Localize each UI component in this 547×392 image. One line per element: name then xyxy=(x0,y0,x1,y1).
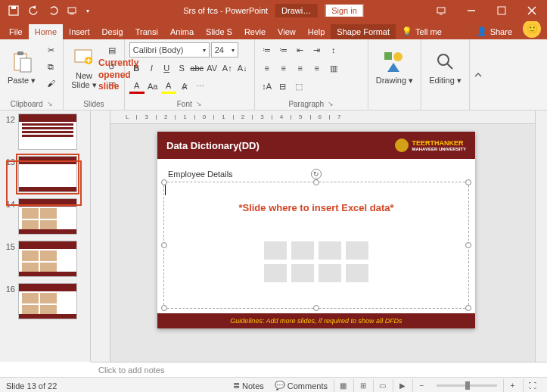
insert-smartart-icon[interactable] xyxy=(319,241,341,260)
reading-view-icon[interactable]: ▭ xyxy=(373,379,391,393)
rotate-handle-icon[interactable]: ↻ xyxy=(311,169,322,179)
align-text-button[interactable]: ⊟ xyxy=(275,79,291,94)
resize-handle[interactable] xyxy=(465,179,471,185)
tab-slideshow[interactable]: Slide S xyxy=(200,24,238,39)
save-icon[interactable] xyxy=(5,2,23,19)
font-launcher-icon[interactable]: ↘ xyxy=(196,100,202,107)
collapse-ribbon-icon[interactable] xyxy=(469,39,487,110)
insert-picture-icon[interactable] xyxy=(264,264,287,282)
paragraph-launcher-icon[interactable]: ↘ xyxy=(328,100,334,107)
smartart-button[interactable]: ⬚ xyxy=(291,79,306,94)
resize-handle[interactable] xyxy=(161,305,167,311)
zoom-in-button[interactable]: + xyxy=(503,379,521,393)
content-type-icons[interactable] xyxy=(264,241,368,282)
minimize-icon[interactable] xyxy=(456,0,486,21)
tab-help[interactable]: Help xyxy=(302,24,331,39)
slide-counter[interactable]: Slide 13 of 22 xyxy=(6,381,57,390)
ribbon-options-icon[interactable] xyxy=(426,0,456,21)
increase-font-icon[interactable]: A↑ xyxy=(220,61,235,76)
share-button[interactable]: 👤 Share xyxy=(469,23,520,39)
tell-me[interactable]: 💡 Tell me xyxy=(396,23,448,39)
resize-handle[interactable] xyxy=(465,242,471,248)
resize-handle[interactable] xyxy=(313,179,319,185)
slide-thumb-12[interactable] xyxy=(18,114,77,150)
tab-file[interactable]: File xyxy=(3,24,29,39)
zoom-out-button[interactable]: − xyxy=(412,379,430,393)
columns-button[interactable]: ▥ xyxy=(326,61,341,76)
clear-format-button[interactable]: A̷ xyxy=(177,79,192,94)
font-size-selector[interactable]: 24▾ xyxy=(211,42,238,58)
editing-button[interactable]: Editing ▾ xyxy=(426,42,465,92)
tab-design[interactable]: Desig xyxy=(96,24,129,39)
normal-view-icon[interactable]: ▦ xyxy=(334,379,352,393)
qat-dropdown-icon[interactable]: ▾ xyxy=(83,2,92,19)
decrease-indent-button[interactable]: ⇤ xyxy=(293,42,308,58)
drawing-tools-label[interactable]: Drawi… xyxy=(275,4,317,17)
content-placeholder[interactable]: ↻ *Slide where to insert Excel data* xyxy=(163,182,469,309)
align-right-button[interactable]: ≡ xyxy=(293,61,308,76)
current-slide[interactable]: Data Dictionary(DD) TEERTHANKER MAHAVEER… xyxy=(157,132,475,328)
insert-online-picture-icon[interactable] xyxy=(291,264,314,282)
zoom-slider-thumb[interactable] xyxy=(465,381,470,390)
highlight-button[interactable]: A xyxy=(161,79,176,94)
clipboard-launcher-icon[interactable]: ↘ xyxy=(47,100,53,107)
resize-handle[interactable] xyxy=(465,305,471,311)
notes-pane[interactable]: Click to add notes xyxy=(91,362,547,377)
start-from-beginning-icon[interactable] xyxy=(64,2,82,19)
sign-in-button[interactable]: Sign in xyxy=(325,4,364,17)
slide-thumb-13[interactable] xyxy=(18,156,77,192)
drawing-button[interactable]: Drawing ▾ xyxy=(373,42,416,92)
align-center-button[interactable]: ≡ xyxy=(276,61,291,76)
insert-video-icon[interactable] xyxy=(319,264,341,282)
text-direction-button[interactable]: ↕A xyxy=(260,79,275,94)
sorter-view-icon[interactable]: ⊞ xyxy=(353,379,371,393)
layout-icon[interactable]: ▤ xyxy=(104,42,120,58)
tab-review[interactable]: Revie xyxy=(238,24,272,39)
copy-icon[interactable]: ⧉ xyxy=(43,59,58,74)
format-painter-icon[interactable]: 🖌 xyxy=(43,76,58,91)
font-name-selector[interactable]: Calibri (Body)▾ xyxy=(129,42,210,58)
increase-indent-button[interactable]: ⇥ xyxy=(309,42,325,58)
tab-shape-format[interactable]: Shape Format xyxy=(331,24,396,39)
feedback-smiley-icon[interactable]: 🙂 xyxy=(523,20,541,38)
resize-handle[interactable] xyxy=(161,242,167,248)
strikethrough-button[interactable]: abc xyxy=(190,61,204,76)
insert-icon-icon[interactable] xyxy=(346,264,368,282)
shadow-button[interactable]: S xyxy=(175,61,189,76)
resize-handle[interactable] xyxy=(161,179,167,185)
char-format-button[interactable]: ⋯ xyxy=(193,79,208,94)
vertical-scrollbar[interactable] xyxy=(535,110,547,362)
cut-icon[interactable]: ✂ xyxy=(43,42,58,58)
tab-view[interactable]: View xyxy=(272,24,302,39)
slide-thumb-14[interactable] xyxy=(18,198,77,235)
slide-thumb-16[interactable] xyxy=(18,283,77,319)
insert-table-icon[interactable] xyxy=(264,241,287,260)
spacing-button[interactable]: AV xyxy=(205,61,219,76)
paste-button[interactable]: Paste ▾ xyxy=(5,42,39,92)
slide-canvas[interactable]: Data Dictionary(DD) TEERTHANKER MAHAVEER… xyxy=(110,124,535,362)
tab-home[interactable]: Home xyxy=(29,24,63,39)
italic-button[interactable]: I xyxy=(145,61,159,76)
horizontal-ruler[interactable]: L 32101234567 xyxy=(110,110,535,124)
zoom-slider[interactable] xyxy=(437,384,497,387)
close-icon[interactable] xyxy=(517,0,547,21)
maximize-icon[interactable] xyxy=(486,0,517,21)
redo-icon[interactable] xyxy=(44,2,62,19)
slide-thumb-15[interactable] xyxy=(18,241,77,277)
undo-icon[interactable] xyxy=(24,2,42,19)
align-left-button[interactable]: ≡ xyxy=(260,61,275,76)
numbering-button[interactable]: ≔ xyxy=(276,42,291,58)
slideshow-view-icon[interactable]: ▶ xyxy=(393,379,411,393)
change-case-button[interactable]: Aa xyxy=(145,79,160,94)
new-slide-button[interactable]: New Slide ▾ xyxy=(68,42,100,92)
resize-handle[interactable] xyxy=(313,305,319,311)
vertical-ruler[interactable] xyxy=(91,110,110,362)
insert-3d-icon[interactable] xyxy=(346,241,368,260)
fit-to-window-icon[interactable]: ⛶ xyxy=(523,379,541,393)
comments-toggle[interactable]: 💬 Comments xyxy=(270,379,332,392)
slide-body[interactable]: Employee Details ↻ *Slide where to inser… xyxy=(157,159,475,313)
underline-button[interactable]: U xyxy=(160,61,174,76)
slide-thumbnails-panel[interactable]: 12 13 14 15 xyxy=(0,110,91,362)
insert-chart-icon[interactable] xyxy=(291,241,314,260)
bullets-button[interactable]: ≔ xyxy=(260,42,275,58)
